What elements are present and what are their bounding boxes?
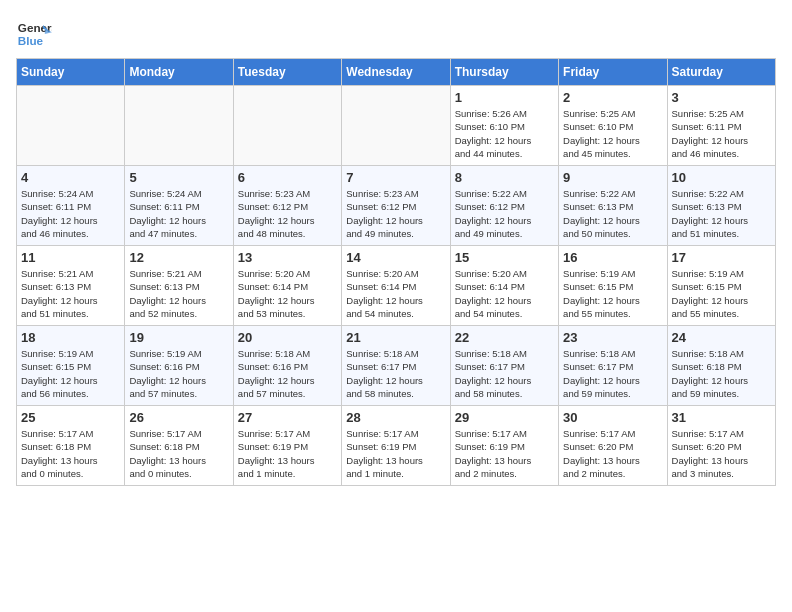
calendar-cell: [125, 86, 233, 166]
day-number: 10: [672, 170, 771, 185]
calendar-cell: 23Sunrise: 5:18 AM Sunset: 6:17 PM Dayli…: [559, 326, 667, 406]
day-number: 23: [563, 330, 662, 345]
day-info: Sunrise: 5:25 AM Sunset: 6:11 PM Dayligh…: [672, 107, 771, 160]
svg-text:Blue: Blue: [18, 34, 44, 47]
day-number: 11: [21, 250, 120, 265]
day-number: 7: [346, 170, 445, 185]
calendar-cell: 29Sunrise: 5:17 AM Sunset: 6:19 PM Dayli…: [450, 406, 558, 486]
calendar-cell: 24Sunrise: 5:18 AM Sunset: 6:18 PM Dayli…: [667, 326, 775, 406]
calendar-cell: [17, 86, 125, 166]
day-number: 18: [21, 330, 120, 345]
calendar-cell: 16Sunrise: 5:19 AM Sunset: 6:15 PM Dayli…: [559, 246, 667, 326]
calendar-cell: 5Sunrise: 5:24 AM Sunset: 6:11 PM Daylig…: [125, 166, 233, 246]
day-info: Sunrise: 5:19 AM Sunset: 6:15 PM Dayligh…: [21, 347, 120, 400]
calendar-cell: 10Sunrise: 5:22 AM Sunset: 6:13 PM Dayli…: [667, 166, 775, 246]
calendar-cell: 3Sunrise: 5:25 AM Sunset: 6:11 PM Daylig…: [667, 86, 775, 166]
calendar-cell: 31Sunrise: 5:17 AM Sunset: 6:20 PM Dayli…: [667, 406, 775, 486]
calendar-cell: 18Sunrise: 5:19 AM Sunset: 6:15 PM Dayli…: [17, 326, 125, 406]
day-info: Sunrise: 5:24 AM Sunset: 6:11 PM Dayligh…: [129, 187, 228, 240]
day-number: 25: [21, 410, 120, 425]
day-info: Sunrise: 5:18 AM Sunset: 6:17 PM Dayligh…: [455, 347, 554, 400]
day-info: Sunrise: 5:24 AM Sunset: 6:11 PM Dayligh…: [21, 187, 120, 240]
calendar-cell: [233, 86, 341, 166]
day-info: Sunrise: 5:17 AM Sunset: 6:19 PM Dayligh…: [346, 427, 445, 480]
calendar-cell: 4Sunrise: 5:24 AM Sunset: 6:11 PM Daylig…: [17, 166, 125, 246]
calendar-cell: 8Sunrise: 5:22 AM Sunset: 6:12 PM Daylig…: [450, 166, 558, 246]
calendar-cell: 11Sunrise: 5:21 AM Sunset: 6:13 PM Dayli…: [17, 246, 125, 326]
calendar-cell: 1Sunrise: 5:26 AM Sunset: 6:10 PM Daylig…: [450, 86, 558, 166]
day-info: Sunrise: 5:19 AM Sunset: 6:16 PM Dayligh…: [129, 347, 228, 400]
day-number: 20: [238, 330, 337, 345]
day-info: Sunrise: 5:25 AM Sunset: 6:10 PM Dayligh…: [563, 107, 662, 160]
calendar-cell: 27Sunrise: 5:17 AM Sunset: 6:19 PM Dayli…: [233, 406, 341, 486]
day-info: Sunrise: 5:18 AM Sunset: 6:17 PM Dayligh…: [563, 347, 662, 400]
day-info: Sunrise: 5:17 AM Sunset: 6:19 PM Dayligh…: [455, 427, 554, 480]
day-info: Sunrise: 5:21 AM Sunset: 6:13 PM Dayligh…: [129, 267, 228, 320]
day-number: 8: [455, 170, 554, 185]
calendar-week-row: 1Sunrise: 5:26 AM Sunset: 6:10 PM Daylig…: [17, 86, 776, 166]
day-number: 4: [21, 170, 120, 185]
day-number: 21: [346, 330, 445, 345]
day-info: Sunrise: 5:19 AM Sunset: 6:15 PM Dayligh…: [563, 267, 662, 320]
calendar-cell: 28Sunrise: 5:17 AM Sunset: 6:19 PM Dayli…: [342, 406, 450, 486]
page-header: General Blue: [16, 16, 776, 52]
day-number: 22: [455, 330, 554, 345]
day-number: 2: [563, 90, 662, 105]
day-info: Sunrise: 5:22 AM Sunset: 6:13 PM Dayligh…: [672, 187, 771, 240]
calendar-cell: 25Sunrise: 5:17 AM Sunset: 6:18 PM Dayli…: [17, 406, 125, 486]
column-header-thursday: Thursday: [450, 59, 558, 86]
calendar-header-row: SundayMondayTuesdayWednesdayThursdayFrid…: [17, 59, 776, 86]
day-info: Sunrise: 5:21 AM Sunset: 6:13 PM Dayligh…: [21, 267, 120, 320]
day-info: Sunrise: 5:18 AM Sunset: 6:18 PM Dayligh…: [672, 347, 771, 400]
day-info: Sunrise: 5:20 AM Sunset: 6:14 PM Dayligh…: [346, 267, 445, 320]
calendar-cell: 19Sunrise: 5:19 AM Sunset: 6:16 PM Dayli…: [125, 326, 233, 406]
day-number: 3: [672, 90, 771, 105]
calendar-week-row: 11Sunrise: 5:21 AM Sunset: 6:13 PM Dayli…: [17, 246, 776, 326]
column-header-sunday: Sunday: [17, 59, 125, 86]
day-number: 19: [129, 330, 228, 345]
calendar-cell: 17Sunrise: 5:19 AM Sunset: 6:15 PM Dayli…: [667, 246, 775, 326]
day-number: 6: [238, 170, 337, 185]
calendar-week-row: 4Sunrise: 5:24 AM Sunset: 6:11 PM Daylig…: [17, 166, 776, 246]
day-number: 28: [346, 410, 445, 425]
day-info: Sunrise: 5:17 AM Sunset: 6:20 PM Dayligh…: [563, 427, 662, 480]
day-info: Sunrise: 5:22 AM Sunset: 6:13 PM Dayligh…: [563, 187, 662, 240]
logo-icon: General Blue: [16, 16, 52, 52]
day-info: Sunrise: 5:20 AM Sunset: 6:14 PM Dayligh…: [238, 267, 337, 320]
column-header-tuesday: Tuesday: [233, 59, 341, 86]
day-number: 26: [129, 410, 228, 425]
calendar-cell: 20Sunrise: 5:18 AM Sunset: 6:16 PM Dayli…: [233, 326, 341, 406]
day-number: 15: [455, 250, 554, 265]
calendar-cell: 9Sunrise: 5:22 AM Sunset: 6:13 PM Daylig…: [559, 166, 667, 246]
day-info: Sunrise: 5:20 AM Sunset: 6:14 PM Dayligh…: [455, 267, 554, 320]
day-info: Sunrise: 5:17 AM Sunset: 6:20 PM Dayligh…: [672, 427, 771, 480]
day-info: Sunrise: 5:17 AM Sunset: 6:18 PM Dayligh…: [21, 427, 120, 480]
calendar-week-row: 25Sunrise: 5:17 AM Sunset: 6:18 PM Dayli…: [17, 406, 776, 486]
calendar-cell: 26Sunrise: 5:17 AM Sunset: 6:18 PM Dayli…: [125, 406, 233, 486]
calendar-cell: 2Sunrise: 5:25 AM Sunset: 6:10 PM Daylig…: [559, 86, 667, 166]
calendar-cell: 14Sunrise: 5:20 AM Sunset: 6:14 PM Dayli…: [342, 246, 450, 326]
day-info: Sunrise: 5:18 AM Sunset: 6:17 PM Dayligh…: [346, 347, 445, 400]
day-number: 31: [672, 410, 771, 425]
column-header-wednesday: Wednesday: [342, 59, 450, 86]
day-info: Sunrise: 5:26 AM Sunset: 6:10 PM Dayligh…: [455, 107, 554, 160]
day-info: Sunrise: 5:17 AM Sunset: 6:18 PM Dayligh…: [129, 427, 228, 480]
day-number: 16: [563, 250, 662, 265]
calendar-cell: 7Sunrise: 5:23 AM Sunset: 6:12 PM Daylig…: [342, 166, 450, 246]
day-number: 29: [455, 410, 554, 425]
day-number: 14: [346, 250, 445, 265]
calendar-table: SundayMondayTuesdayWednesdayThursdayFrid…: [16, 58, 776, 486]
day-number: 9: [563, 170, 662, 185]
day-number: 13: [238, 250, 337, 265]
calendar-cell: 22Sunrise: 5:18 AM Sunset: 6:17 PM Dayli…: [450, 326, 558, 406]
calendar-cell: 30Sunrise: 5:17 AM Sunset: 6:20 PM Dayli…: [559, 406, 667, 486]
day-number: 17: [672, 250, 771, 265]
calendar-cell: 12Sunrise: 5:21 AM Sunset: 6:13 PM Dayli…: [125, 246, 233, 326]
day-number: 5: [129, 170, 228, 185]
day-number: 1: [455, 90, 554, 105]
day-info: Sunrise: 5:22 AM Sunset: 6:12 PM Dayligh…: [455, 187, 554, 240]
column-header-friday: Friday: [559, 59, 667, 86]
calendar-cell: 21Sunrise: 5:18 AM Sunset: 6:17 PM Dayli…: [342, 326, 450, 406]
logo: General Blue: [16, 16, 58, 52]
day-number: 12: [129, 250, 228, 265]
